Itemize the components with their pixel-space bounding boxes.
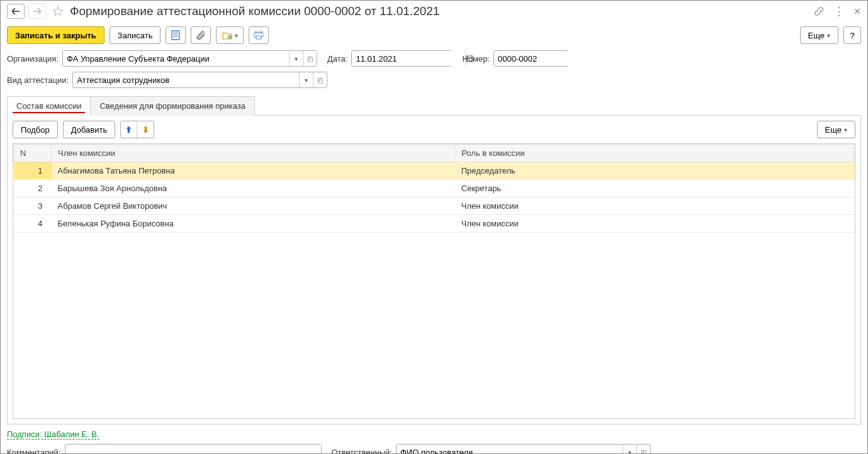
table-row[interactable]: 3Абрамов Сергей ВикторовичЧлен комиссии <box>14 197 855 215</box>
kebab-menu-icon[interactable]: ⋮ <box>833 6 845 17</box>
cell-role: Член комиссии <box>455 197 855 215</box>
responsible-label: Ответственный: <box>332 448 392 455</box>
open-icon[interactable]: ◰ <box>636 445 650 454</box>
dropdown-icon[interactable]: ▾ <box>289 51 303 66</box>
table-header-row: N Член комиссии Роль в комиссии <box>14 145 855 162</box>
table-row[interactable]: 1Абнагимова Татьяна ПетровнаПредседатель <box>14 162 855 180</box>
number-input[interactable] <box>494 51 607 66</box>
open-icon[interactable]: ◰ <box>313 72 327 87</box>
arrow-up-icon: ⬆ <box>125 125 132 135</box>
move-up-button[interactable]: ⬆ <box>121 121 137 138</box>
arrow-left-icon <box>12 8 20 14</box>
date-input[interactable] <box>352 51 465 66</box>
cell-member: Барышева Зоя Арнольдовна <box>52 180 455 197</box>
cell-n: 2 <box>14 180 52 197</box>
save-button[interactable]: Записать <box>110 26 161 44</box>
number-label: Номер: <box>462 54 490 64</box>
titlebar: Формирование аттестационной комиссии 000… <box>1 1 867 23</box>
att-type-input[interactable] <box>73 72 299 87</box>
dropdown-icon[interactable]: ▾ <box>299 72 313 87</box>
org-label: Организация: <box>7 54 59 64</box>
responsible-input[interactable] <box>397 445 623 454</box>
date-label: Дата: <box>327 54 347 64</box>
cell-role: Член комиссии <box>455 215 855 233</box>
att-type-row: Вид аттестации: ▾ ◰ <box>1 69 867 91</box>
create-from-button[interactable] <box>216 26 244 44</box>
att-type-label: Вид аттестации: <box>7 75 69 85</box>
svg-rect-0 <box>172 31 179 40</box>
table-row[interactable]: 2Барышева Зоя АрнольдовнаСекретарь <box>14 180 855 197</box>
comment-input[interactable] <box>65 445 321 454</box>
back-button[interactable] <box>7 4 25 19</box>
close-icon[interactable]: ✕ <box>854 6 861 16</box>
help-button[interactable]: ? <box>843 26 861 44</box>
panel-more-button[interactable]: Еще <box>817 121 855 138</box>
add-button[interactable]: Добавить <box>63 121 115 138</box>
cell-role: Секретарь <box>455 180 855 197</box>
org-row: Организация: ▾ ◰ Дата: Номер: <box>1 48 867 69</box>
panel-toolbar: Подбор Добавить ⬆ ⬇ Еще <box>13 121 855 138</box>
document-icon <box>171 30 180 40</box>
main-toolbar: Записать и закрыть Записать Еще ? <box>1 23 867 48</box>
cell-member: Абрамов Сергей Викторович <box>52 197 455 215</box>
number-field[interactable] <box>493 50 569 67</box>
arrow-down-icon: ⬇ <box>142 125 149 135</box>
commission-table: N Член комиссии Роль в комиссии 1Абнагим… <box>13 143 855 419</box>
date-field[interactable] <box>351 50 452 67</box>
svg-rect-7 <box>256 36 261 39</box>
tab-panel-composition: Подбор Добавить ⬆ ⬇ Еще N Член комиссии … <box>7 115 861 424</box>
cell-member: Абнагимова Татьяна Петровна <box>52 162 455 180</box>
paperclip-icon <box>196 30 206 40</box>
pick-button[interactable]: Подбор <box>13 121 58 138</box>
move-down-button[interactable]: ⬇ <box>137 121 154 138</box>
table-row[interactable]: 4Беленькая Руфина БорисовнаЧлен комиссии <box>14 215 855 233</box>
att-type-field[interactable]: ▾ ◰ <box>72 72 327 88</box>
comment-label: Комментарий: <box>7 448 61 455</box>
bottom-row: Комментарий: Ответственный: ▾ ◰ <box>1 440 867 454</box>
cell-role: Председатель <box>455 162 855 180</box>
print-button[interactable] <box>249 26 269 44</box>
cell-n: 1 <box>14 162 52 180</box>
cell-n: 4 <box>14 215 52 233</box>
save-and-close-button[interactable]: Записать и закрыть <box>7 26 104 44</box>
more-button[interactable]: Еще <box>800 26 838 44</box>
signatures-link[interactable]: Подписи: Шабалин Е. В. <box>7 429 99 440</box>
cell-member: Беленькая Руфина Борисовна <box>52 215 455 233</box>
forward-button[interactable] <box>28 4 46 19</box>
col-n[interactable]: N <box>14 145 52 162</box>
conduct-button[interactable] <box>166 26 186 44</box>
printer-icon <box>254 31 264 40</box>
favorite-icon[interactable] <box>51 4 65 18</box>
col-member[interactable]: Член комиссии <box>52 145 455 162</box>
col-role[interactable]: Роль в комиссии <box>455 145 855 162</box>
comment-field[interactable] <box>65 444 322 454</box>
arrow-right-icon <box>33 8 41 14</box>
window-title: Формирование аттестационной комиссии 000… <box>70 4 809 18</box>
org-field[interactable]: ▾ ◰ <box>62 50 317 67</box>
tab-order-info[interactable]: Сведения для формирования приказа <box>90 96 255 116</box>
org-input[interactable] <box>63 51 289 66</box>
open-icon[interactable]: ◰ <box>303 51 317 66</box>
attach-button[interactable] <box>191 26 211 44</box>
link-icon[interactable] <box>813 6 825 17</box>
dropdown-icon[interactable]: ▾ <box>623 445 636 454</box>
tabs: Состав комиссии Сведения для формировани… <box>1 91 867 115</box>
signatures: Подписи: Шабалин Е. В. <box>1 424 867 440</box>
folder-plus-icon <box>222 31 232 40</box>
cell-n: 3 <box>14 197 52 215</box>
tab-composition[interactable]: Состав комиссии <box>7 96 91 116</box>
responsible-field[interactable]: ▾ ◰ <box>396 444 651 454</box>
